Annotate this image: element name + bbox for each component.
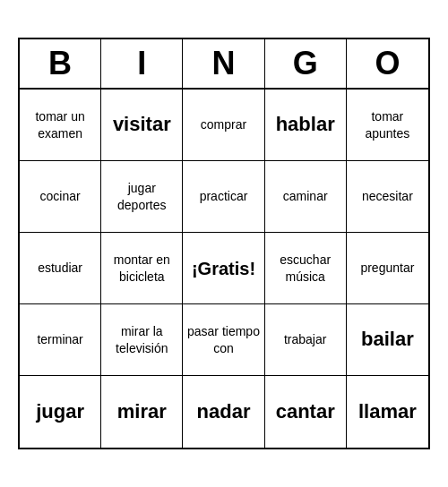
cell-r2-c1: montar en bicicleta	[101, 233, 183, 304]
header-letter-i: I	[101, 39, 183, 88]
cell-r2-c3: escuchar música	[265, 233, 347, 304]
header-letter-b: B	[20, 39, 101, 88]
cell-r4-c1: mirar	[101, 376, 183, 448]
cell-r3-c2: pasar tiempo con	[183, 304, 264, 376]
cell-r3-c1: mirar la televisión	[101, 304, 183, 376]
bingo-header: BINGO	[20, 39, 428, 90]
cell-r4-c4: llamar	[347, 376, 428, 448]
cell-r3-c4: bailar	[347, 304, 428, 376]
cell-r1-c3: caminar	[265, 161, 347, 233]
cell-r4-c3: cantar	[265, 376, 347, 448]
cell-r4-c0: jugar	[20, 376, 101, 448]
cell-r1-c4: necesitar	[347, 161, 428, 233]
cell-r1-c2: practicar	[183, 161, 264, 233]
cell-r0-c4: tomar apuntes	[347, 90, 428, 161]
cell-r0-c2: comprar	[183, 90, 264, 161]
header-letter-n: N	[183, 39, 264, 88]
cell-r3-c3: trabajar	[265, 304, 347, 376]
cell-r1-c0: cocinar	[20, 161, 101, 233]
cell-r3-c0: terminar	[20, 304, 101, 376]
cell-r4-c2: nadar	[183, 376, 264, 448]
cell-r0-c3: hablar	[265, 90, 347, 161]
bingo-card: BINGO tomar un examenvisitarcomprarhabla…	[18, 38, 430, 449]
bingo-grid: tomar un examenvisitarcomprarhablartomar…	[20, 90, 428, 448]
cell-r1-c1: jugar deportes	[101, 161, 183, 233]
header-letter-g: G	[265, 39, 347, 88]
header-letter-o: O	[347, 39, 428, 88]
cell-r0-c1: visitar	[101, 90, 183, 161]
cell-r0-c0: tomar un examen	[20, 90, 101, 161]
cell-r2-c0: estudiar	[20, 233, 101, 304]
cell-r2-c2: ¡Gratis!	[183, 233, 264, 304]
cell-r2-c4: preguntar	[347, 233, 428, 304]
